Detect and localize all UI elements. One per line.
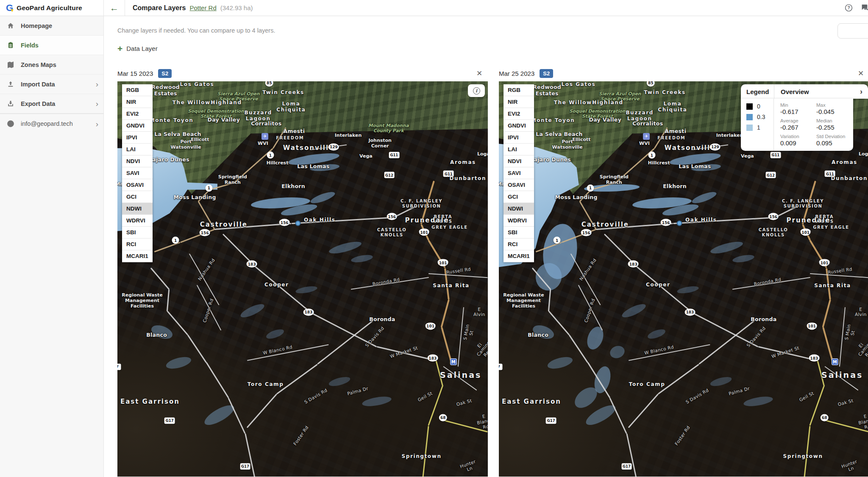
sidebar-item-zones-maps[interactable]: Zones Maps xyxy=(0,55,103,75)
satellite-map[interactable]: Los GatosRedwood EstatesTwin CreeksSierr… xyxy=(499,81,868,477)
map-control-button[interactable] xyxy=(837,23,868,39)
field-marker[interactable] xyxy=(676,220,682,226)
layer-option-ndvi[interactable]: NDVI xyxy=(504,155,534,167)
route-shield: G17 xyxy=(621,463,632,469)
water-patch xyxy=(646,327,666,341)
water-patch xyxy=(709,239,744,255)
layer-option-savi[interactable]: SAVI xyxy=(122,167,153,179)
road-line xyxy=(824,419,868,433)
road-line xyxy=(578,285,603,331)
close-panel-icon[interactable]: ✕ xyxy=(856,69,866,78)
layer-option-rci[interactable]: RCI xyxy=(504,239,534,250)
layer-option-nir[interactable]: NIR xyxy=(504,96,534,108)
map-label: CASTELLO KNOLLS xyxy=(759,228,788,238)
sidebar-item-export-data[interactable]: Export Data› xyxy=(0,94,103,114)
layer-option-wdrvi[interactable]: WDRVI xyxy=(122,215,153,227)
layer-option-gci[interactable]: GCI xyxy=(122,191,153,203)
map-label: WVI xyxy=(258,141,268,147)
map-label: Russell Rd xyxy=(446,266,471,275)
map-label: Logan xyxy=(477,151,488,157)
road-line xyxy=(206,362,229,398)
layer-selector: RGBNIREVI2GNDVIIPVILAINDVISAVIOSAVIGCIND… xyxy=(504,84,534,262)
field-marker[interactable] xyxy=(295,220,300,226)
breadcrumb: Compare Layers Potter Rd (342.93 ha) xyxy=(125,0,253,16)
field-link[interactable]: Potter Rd xyxy=(189,4,216,11)
map-label: Boronda xyxy=(751,316,776,322)
layer-option-sbi[interactable]: SBI xyxy=(504,227,534,239)
road-line xyxy=(596,223,673,230)
water-patch xyxy=(362,395,392,408)
road-line xyxy=(377,346,436,361)
satellite-map[interactable]: Los GatosRedwood EstatesTwin CreeksSierr… xyxy=(117,81,488,477)
layer-option-gndvi[interactable]: GNDVI xyxy=(122,120,153,132)
sidebar-item-label: Zones Maps xyxy=(21,61,56,68)
map-label: Oak St xyxy=(456,398,472,407)
road-line xyxy=(276,364,318,394)
map-label: Dunbarton xyxy=(831,175,868,181)
map-label: Springtown xyxy=(402,453,442,459)
layer-option-ipvi[interactable]: IPVI xyxy=(504,132,534,144)
layer-option-mcari1[interactable]: MCARI1 xyxy=(504,250,534,262)
layer-option-nir[interactable]: NIR xyxy=(122,96,153,108)
route-shield: G11 xyxy=(443,171,454,177)
legend-swatch xyxy=(746,103,753,110)
layer-option-evi2[interactable]: EVI2 xyxy=(122,108,153,120)
layer-option-sbi[interactable]: SBI xyxy=(122,227,153,239)
sidebar-item-info-geopard-tech[interactable]: info@geopard.tech› xyxy=(0,114,103,133)
sidebar-item-homepage[interactable]: Homepage xyxy=(0,16,103,36)
layer-option-ndwi[interactable]: NDWI xyxy=(122,203,153,215)
layer-option-ipvi[interactable]: IPVI xyxy=(122,132,153,144)
map-label: Regional Waste Management Facilities xyxy=(122,292,162,309)
road-line xyxy=(443,366,477,390)
map-label: GREY EAGLE xyxy=(431,225,467,230)
add-data-layer-button[interactable]: + Data Layer xyxy=(117,44,158,53)
sidebar-item-label: Import Data xyxy=(21,81,55,88)
layer-option-rgb[interactable]: RGB xyxy=(504,84,534,96)
layer-option-osavi[interactable]: OSAVI xyxy=(504,179,534,191)
back-button[interactable]: ← xyxy=(104,0,125,16)
layer-option-rgb[interactable]: RGB xyxy=(122,84,153,96)
layer-option-rci[interactable]: RCI xyxy=(122,239,153,250)
help-icon[interactable]: ? xyxy=(844,3,854,13)
layer-option-gci[interactable]: GCI xyxy=(504,191,534,203)
road-line xyxy=(420,181,435,225)
map-label: Palma Dr xyxy=(347,386,369,397)
overview-stat-std-deviation: Std Deviation0.095 xyxy=(816,134,849,147)
map-label: S Davis Rd xyxy=(364,325,386,348)
water-patch xyxy=(328,375,351,388)
road-line xyxy=(167,289,170,311)
road-line xyxy=(579,201,596,230)
layer-option-mcari1[interactable]: MCARI1 xyxy=(122,250,153,262)
road-line xyxy=(626,433,636,477)
map-info-button[interactable]: i xyxy=(468,84,485,97)
overview-stat-variation: Variation0.009 xyxy=(780,134,813,147)
layer-option-savi[interactable]: SAVI xyxy=(504,167,534,179)
road-line xyxy=(628,394,659,428)
road-line xyxy=(228,398,246,434)
overview-stat-median: Median-0.255 xyxy=(816,118,849,131)
chat-icon[interactable] xyxy=(860,3,868,13)
layer-option-ndwi[interactable]: NDWI xyxy=(504,203,534,215)
road-line xyxy=(234,148,273,183)
road-line xyxy=(658,364,699,394)
layer-option-osavi[interactable]: OSAVI xyxy=(122,179,153,191)
expand-legend-icon[interactable]: › xyxy=(860,87,868,96)
sidebar-item-import-data[interactable]: Import Data› xyxy=(0,75,103,94)
legend-title: Legend xyxy=(741,88,774,95)
layer-option-lai[interactable]: LAI xyxy=(504,144,534,155)
layer-option-evi2[interactable]: EVI2 xyxy=(504,108,534,120)
layer-option-gndvi[interactable]: GNDVI xyxy=(504,120,534,132)
layer-option-lai[interactable]: LAI xyxy=(122,144,153,155)
layer-option-wdrvi[interactable]: WDRVI xyxy=(504,215,534,227)
sidebar-item-fields[interactable]: Fields xyxy=(0,36,103,55)
road-line xyxy=(420,224,429,241)
layer-option-ndvi[interactable]: NDVI xyxy=(122,155,153,167)
route-shield: G17 xyxy=(164,417,175,424)
close-panel-icon[interactable]: ✕ xyxy=(474,69,484,78)
legend-value: 0 xyxy=(757,103,760,110)
road-line xyxy=(197,285,221,331)
map-label: C. F. LANGLEY SUBDIVISION xyxy=(782,199,824,209)
legend-value: 0.3 xyxy=(757,114,765,120)
road-line xyxy=(150,267,170,290)
map-label: Palma Dr xyxy=(728,386,750,397)
